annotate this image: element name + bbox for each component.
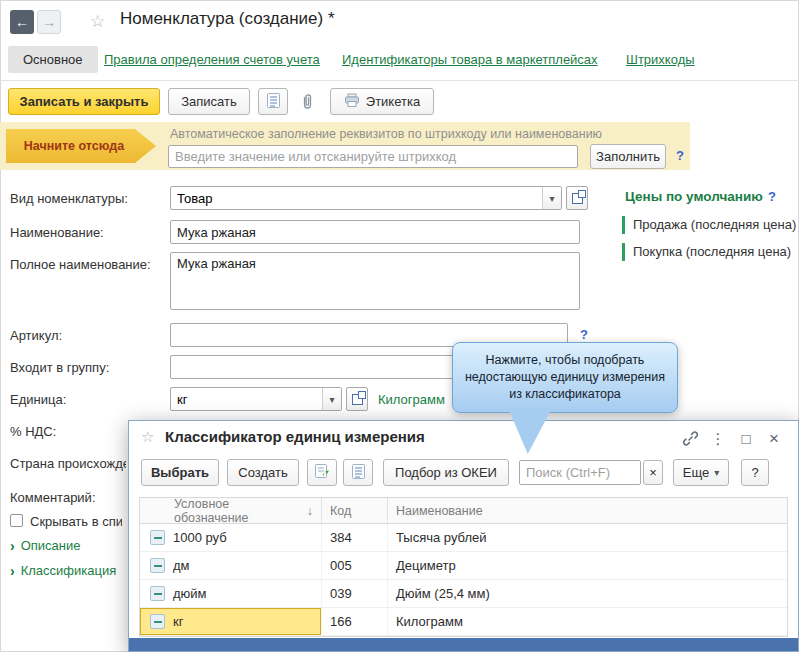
tab-main[interactable]: Основное	[8, 46, 98, 73]
cell-name: Дециметр	[388, 552, 787, 579]
expander-description[interactable]: › Описание	[10, 538, 81, 553]
cell-name: Килограмм	[388, 608, 787, 635]
kind-open-button[interactable]	[566, 186, 588, 210]
label-print-button[interactable]: Этикетка	[330, 88, 434, 115]
column-header-label: Наименование	[396, 504, 483, 518]
price-item-sale[interactable]: Продажа (последняя цена)	[622, 216, 796, 234]
unit-name-link[interactable]: Килограмм	[378, 392, 445, 407]
kebab-menu-icon[interactable]: ⋮	[708, 428, 728, 448]
open-form-icon	[572, 193, 583, 204]
fill-label: Заполнить	[596, 149, 660, 164]
save-and-close-label: Записать и закрыть	[20, 94, 149, 109]
tab-link-barcodes[interactable]: Штрихкоды	[626, 52, 695, 67]
article-help-icon[interactable]: ?	[580, 327, 588, 342]
window-help-button[interactable]: ?	[741, 459, 769, 486]
cell-code-text: 039	[330, 586, 352, 601]
tab-link-marketplace-ids[interactable]: Идентификаторы товара в маркетплейсах	[342, 52, 598, 67]
tab-link-account-rules[interactable]: Правила определения счетов учета	[104, 52, 320, 67]
printer-icon	[344, 93, 360, 111]
unit-icon	[150, 558, 165, 573]
search-input[interactable]	[519, 460, 641, 485]
forward-button[interactable]: →	[37, 10, 61, 34]
unit-icon	[150, 586, 165, 601]
column-header-symbol[interactable]: Условное обозначение ↓	[140, 498, 322, 523]
kind-combobox[interactable]: ▾	[170, 186, 562, 210]
cell-symbol-selected: кг	[140, 608, 322, 635]
country-label-text: Страна происхождения:	[10, 456, 126, 471]
cell-code: 039	[322, 580, 388, 607]
column-header-name[interactable]: Наименование	[388, 498, 787, 523]
tabs-separator	[0, 80, 799, 81]
cell-symbol: 1000 руб	[140, 524, 322, 551]
save-button[interactable]: Записать	[168, 88, 250, 115]
column-header-label: Условное обозначение	[174, 497, 302, 525]
table-row[interactable]: дюйм 039 Дюйм (25,4 мм)	[140, 580, 787, 608]
okei-pick-button[interactable]: Подбор из ОКЕИ	[383, 459, 509, 486]
close-icon[interactable]: ×	[764, 428, 784, 448]
favorite-star-icon[interactable]: ☆	[90, 13, 105, 30]
select-label: Выбрать	[151, 465, 209, 480]
window-bottom-bar	[129, 638, 798, 651]
chevron-right-icon: ›	[10, 564, 15, 578]
maximize-icon[interactable]: □	[736, 428, 756, 448]
autofill-caption: Автоматическое заполнение реквизитов по …	[170, 127, 602, 141]
cell-symbol-text: дм	[173, 558, 190, 573]
kind-label: Вид номенклатуры:	[10, 191, 128, 206]
help-icon: ?	[751, 465, 758, 480]
chevron-right-icon: ›	[10, 539, 15, 553]
name-input[interactable]	[170, 220, 580, 244]
kind-dropdown-icon[interactable]: ▾	[542, 187, 561, 209]
start-here-arrow: Начните отсюда	[6, 129, 156, 163]
price-item-purchase[interactable]: Покупка (последняя цена)	[622, 243, 791, 261]
unit-dropdown-icon[interactable]: ▾	[322, 388, 341, 410]
unit-input[interactable]	[171, 388, 322, 410]
document-list-icon	[351, 463, 366, 483]
more-button[interactable]: Еще ▾	[673, 459, 729, 486]
unit-label: Единица:	[10, 392, 66, 407]
full-name-label: Полное наименование:	[10, 257, 151, 272]
column-header-code[interactable]: Код	[322, 498, 388, 523]
full-name-textarea[interactable]: Мука ржаная	[170, 252, 580, 310]
fill-button[interactable]: Заполнить	[590, 144, 666, 169]
back-button[interactable]: ←	[10, 10, 34, 34]
default-prices-title: Цены по умолчанию	[625, 189, 763, 204]
create-button[interactable]: Создать	[227, 459, 299, 486]
cell-symbol: дм	[140, 552, 322, 579]
cell-symbol: дюйм	[140, 580, 322, 607]
open-form-icon	[352, 394, 363, 405]
window-favorite-star-icon[interactable]: ☆	[141, 429, 154, 444]
attachments-button[interactable]	[294, 89, 320, 116]
create-group-button[interactable]	[307, 459, 337, 486]
sort-desc-icon: ↓	[307, 504, 313, 518]
list-view-button[interactable]	[343, 459, 373, 486]
default-prices-help-icon[interactable]: ?	[768, 189, 776, 204]
cell-name-text: Дюйм (25,4 мм)	[396, 586, 490, 601]
page-title: Номенклатура (создание) *	[120, 9, 335, 29]
report-structure-button[interactable]	[258, 88, 288, 115]
cell-code: 384	[322, 524, 388, 551]
search-clear-button[interactable]: ×	[643, 460, 663, 485]
cell-name: Дюйм (25,4 мм)	[388, 580, 787, 607]
barcode-autofill-input[interactable]	[168, 145, 578, 168]
cell-name: Тысяча рублей	[388, 524, 787, 551]
unit-open-button[interactable]	[346, 387, 368, 411]
unit-icon	[150, 530, 165, 545]
vat-label: % НДС:	[10, 424, 56, 439]
expander-classification[interactable]: › Классификация	[10, 563, 116, 578]
select-button[interactable]: Выбрать	[141, 459, 219, 486]
cell-code-text: 166	[330, 614, 352, 629]
forward-arrow-icon: →	[42, 14, 56, 30]
cell-code-text: 384	[330, 530, 352, 545]
create-label: Создать	[238, 465, 287, 480]
kind-input[interactable]	[171, 187, 542, 209]
link-icon[interactable]	[680, 428, 700, 448]
table-row[interactable]: 1000 руб 384 Тысяча рублей	[140, 524, 787, 552]
group-label: Входит в группу:	[10, 360, 109, 375]
create-group-icon	[314, 463, 330, 483]
unit-combobox[interactable]: ▾	[170, 387, 342, 411]
table-row[interactable]: дм 005 Дециметр	[140, 552, 787, 580]
autofill-help-icon[interactable]: ?	[676, 148, 684, 163]
table-row-selected[interactable]: кг 166 Килограмм	[140, 608, 787, 636]
hide-in-lists-checkbox[interactable]	[10, 514, 23, 527]
save-and-close-button[interactable]: Записать и закрыть	[8, 88, 160, 115]
